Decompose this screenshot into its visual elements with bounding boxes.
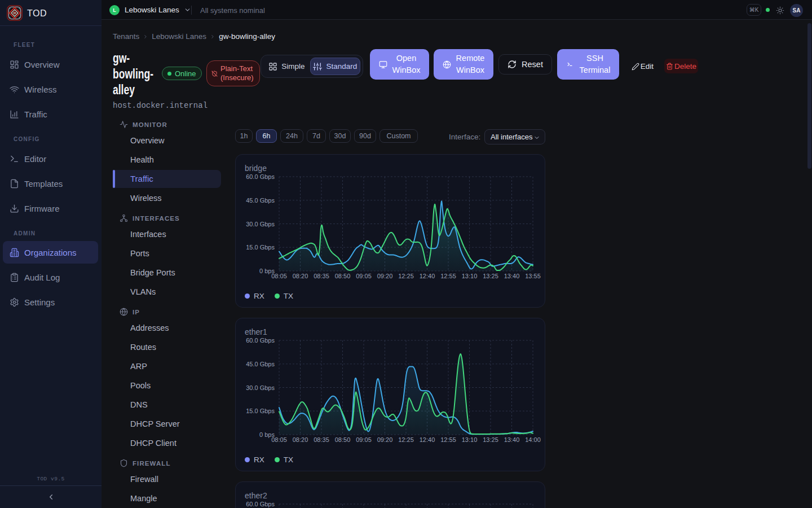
svg-text:60.0 Gbps: 60.0 Gbps [246, 501, 275, 507]
svg-text:09:05: 09:05 [356, 273, 372, 279]
svg-text:12:55: 12:55 [440, 273, 456, 279]
svg-text:13:25: 13:25 [483, 273, 498, 279]
svg-text:09:20: 09:20 [377, 273, 393, 279]
svg-text:15.0 Gbps: 15.0 Gbps [246, 408, 275, 414]
svg-text:13:55: 13:55 [525, 273, 541, 279]
svg-text:13:40: 13:40 [504, 436, 520, 443]
svg-text:30.0 Gbps: 30.0 Gbps [246, 384, 275, 391]
svg-text:12:40: 12:40 [420, 273, 435, 279]
svg-text:45.0 Gbps: 45.0 Gbps [246, 197, 275, 204]
svg-text:08:20: 08:20 [293, 436, 308, 443]
svg-text:45.0 Gbps: 45.0 Gbps [246, 361, 275, 367]
svg-text:09:20: 09:20 [377, 436, 393, 443]
svg-text:08:05: 08:05 [271, 273, 287, 279]
svg-text:12:25: 12:25 [398, 273, 414, 279]
svg-text:12:55: 12:55 [440, 436, 456, 443]
svg-text:13:10: 13:10 [462, 273, 478, 279]
svg-text:13:10: 13:10 [462, 436, 478, 443]
svg-text:30.0 Gbps: 30.0 Gbps [246, 221, 275, 227]
svg-text:15.0 Gbps: 15.0 Gbps [246, 244, 275, 251]
svg-text:09:05: 09:05 [356, 436, 372, 443]
svg-text:08:20: 08:20 [293, 273, 308, 279]
svg-text:14:00: 14:00 [525, 436, 541, 443]
svg-text:13:40: 13:40 [504, 273, 520, 279]
svg-text:60.0 Gbps: 60.0 Gbps [246, 173, 275, 180]
svg-text:13:25: 13:25 [483, 436, 498, 443]
svg-text:08:35: 08:35 [314, 273, 329, 279]
svg-text:12:40: 12:40 [420, 436, 435, 443]
svg-text:08:50: 08:50 [335, 273, 351, 279]
svg-text:60.0 Gbps: 60.0 Gbps [246, 337, 275, 344]
svg-text:12:25: 12:25 [398, 436, 414, 443]
svg-text:08:50: 08:50 [335, 436, 351, 443]
svg-text:08:35: 08:35 [314, 436, 329, 443]
svg-text:08:05: 08:05 [271, 436, 287, 443]
